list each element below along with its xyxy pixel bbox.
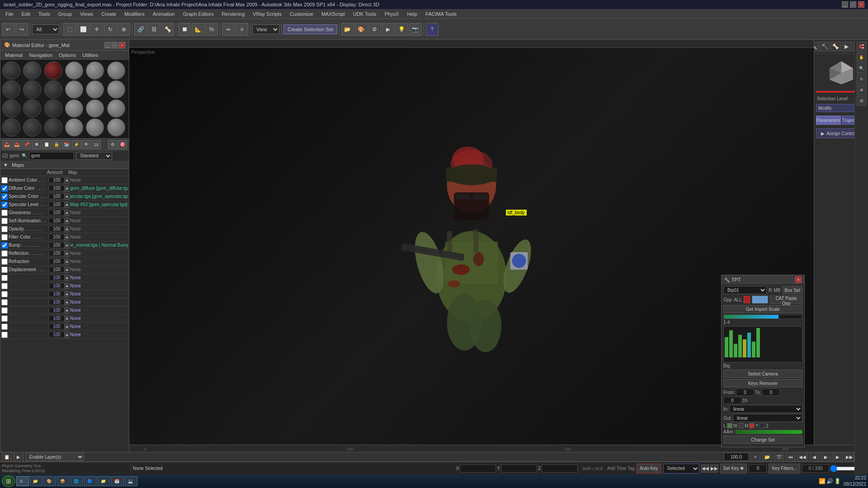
- bone-btn[interactable]: 🦴: [161, 23, 174, 36]
- tpt-in-dropdown[interactable]: linear: [729, 405, 802, 413]
- minimize-button[interactable]: _: [842, 1, 848, 8]
- material-editor-btn[interactable]: 🎨: [355, 23, 368, 36]
- create-selection-set-button[interactable]: Create Selection Set: [283, 24, 337, 34]
- select-region-btn[interactable]: ⬜: [77, 23, 90, 36]
- opacity-map[interactable]: None: [69, 226, 128, 231]
- frame-time-input[interactable]: [724, 453, 749, 461]
- close-button[interactable]: ×: [858, 1, 864, 8]
- render-setup-btn[interactable]: ⚙: [368, 23, 381, 36]
- reflection-checkbox[interactable]: [1, 250, 8, 257]
- unlink-btn[interactable]: ⛓: [148, 23, 160, 36]
- view-dropdown[interactable]: View: [252, 24, 279, 34]
- tpt-angle-input[interactable]: [723, 397, 741, 404]
- taskbar-photoshop[interactable]: 🎨: [43, 476, 56, 486]
- selected-dropdown[interactable]: Selected: [663, 464, 699, 474]
- snap-btn[interactable]: 🔲: [178, 23, 191, 36]
- bump-spinner[interactable]: ▲: [65, 242, 69, 249]
- menu-tools[interactable]: Tools: [35, 9, 54, 19]
- mat-sphere-22[interactable]: [65, 118, 83, 136]
- displacement-spinner[interactable]: ▲: [65, 267, 69, 273]
- parameters-tab[interactable]: Parameters: [816, 116, 841, 125]
- tpt-out-dropdown[interactable]: linear: [733, 414, 802, 422]
- tpt-to-input[interactable]: [762, 389, 780, 396]
- tpt-m-swatch[interactable]: [749, 423, 755, 428]
- ambient-checkbox[interactable]: [1, 177, 8, 183]
- filter-color-checkbox[interactable]: [1, 234, 8, 240]
- refraction-spinner[interactable]: ▲: [65, 258, 69, 265]
- menu-file[interactable]: File: [2, 9, 17, 19]
- reset-material-btn[interactable]: ✖: [32, 140, 41, 149]
- menu-edit[interactable]: Edit: [18, 9, 34, 19]
- prev-frame-btn[interactable]: ◀: [809, 452, 819, 462]
- diffuse-map[interactable]: gore_diffuse [gore_diffuse.tga]: [69, 186, 128, 191]
- y-coord-input[interactable]: [501, 465, 537, 473]
- mat-picker-btn[interactable]: 🎯: [118, 140, 127, 149]
- extra7-map[interactable]: None: [69, 324, 128, 329]
- specular-color-checkbox[interactable]: [1, 193, 8, 200]
- mat-menu-options[interactable]: Options: [56, 52, 79, 59]
- ambient-map[interactable]: None: [69, 178, 128, 183]
- menu-views[interactable]: Views: [76, 9, 97, 19]
- show-map-btn[interactable]: 👁: [82, 140, 91, 149]
- diffuse-spinner[interactable]: ▲: [65, 185, 69, 192]
- render-layer-btn[interactable]: 🎬: [774, 452, 784, 462]
- displacement-map[interactable]: None: [69, 267, 128, 272]
- mat-sphere-3[interactable]: [44, 61, 62, 80]
- extra3-map[interactable]: None: [69, 291, 128, 296]
- mat-sphere-4[interactable]: [65, 61, 83, 80]
- tpt-keys-remover-button[interactable]: Keys Remover: [723, 379, 802, 387]
- diffuse-checkbox[interactable]: [1, 185, 8, 192]
- mat-sphere-2[interactable]: [23, 61, 41, 80]
- glossiness-checkbox[interactable]: [1, 210, 8, 216]
- taskbar-3dsmax[interactable]: ⚙: [16, 476, 29, 486]
- bottom-prev-btn[interactable]: ◀◀: [701, 465, 709, 473]
- taskbar-folder[interactable]: 📁: [98, 476, 110, 486]
- specular-level-map[interactable]: Map #53 [gore_specular.tga]: [69, 202, 128, 207]
- mat-minimize-btn[interactable]: _: [104, 42, 111, 48]
- extra6-map[interactable]: None: [69, 316, 128, 321]
- extra4-spinner[interactable]: ▲: [65, 299, 69, 305]
- mat-name-input[interactable]: [29, 152, 74, 160]
- modify-tab-icon[interactable]: 🔨: [820, 42, 830, 52]
- tpt-box-sel-button[interactable]: Box Sel: [783, 286, 802, 294]
- ambient-spinner[interactable]: ▲: [65, 177, 69, 183]
- mat-menu-utilities[interactable]: Utilities: [80, 52, 101, 59]
- filter-color-map[interactable]: None: [69, 235, 128, 239]
- mat-sphere-18[interactable]: [107, 99, 125, 117]
- bump-map[interactable]: ie_normal.tga ( Normal Bump ): [69, 243, 128, 248]
- refraction-map[interactable]: None: [69, 259, 128, 264]
- extra2-map[interactable]: None: [69, 283, 128, 288]
- set-key-button[interactable]: Set Key ✱: [720, 464, 747, 474]
- menu-rendering[interactable]: Rendering: [218, 9, 249, 19]
- extra6-checkbox[interactable]: [1, 315, 8, 322]
- open-explorer-btn[interactable]: 📂: [341, 23, 354, 36]
- extra4-checkbox[interactable]: [1, 299, 8, 305]
- mirror-btn[interactable]: ⇔: [222, 23, 235, 36]
- menu-vray-scripts[interactable]: VRay Scripts: [249, 9, 285, 19]
- put-to-library-btn[interactable]: 📚: [62, 140, 71, 149]
- extra4-map[interactable]: None: [69, 300, 128, 305]
- mat-sphere-6[interactable]: [107, 61, 125, 80]
- bump-checkbox[interactable]: [1, 242, 8, 249]
- tpt-red-swatch[interactable]: [744, 296, 750, 303]
- mat-sphere-13[interactable]: [2, 99, 20, 117]
- next-frame-btn[interactable]: ▶: [833, 452, 843, 462]
- tpt-y-swatch[interactable]: [760, 423, 765, 428]
- tpt-close-button[interactable]: ×: [795, 277, 802, 283]
- mat-sphere-20[interactable]: [23, 118, 41, 136]
- mat-sphere-21[interactable]: [44, 118, 62, 136]
- menu-group[interactable]: Group: [54, 9, 75, 19]
- motion-tab-icon[interactable]: ▶: [842, 42, 852, 52]
- zoom-btn[interactable]: 🔍: [857, 63, 867, 73]
- taskbar-firefox[interactable]: 🌐: [71, 476, 83, 486]
- maps-collapse-icon[interactable]: ▼: [3, 162, 8, 168]
- tpt-change-sel-button[interactable]: Change Sel: [723, 436, 802, 444]
- tpt-color-swatch[interactable]: [752, 296, 768, 304]
- tpt-select-camera-button[interactable]: Select Camera: [723, 370, 802, 378]
- specular-level-checkbox[interactable]: [1, 202, 8, 208]
- opacity-spinner[interactable]: ▲: [65, 226, 69, 232]
- start-button[interactable]: ⊞: [2, 475, 15, 487]
- tpt-from-input[interactable]: [736, 389, 754, 396]
- menu-animation[interactable]: Animation: [149, 9, 179, 19]
- show-all-maps-btn[interactable]: 🗂: [92, 140, 101, 149]
